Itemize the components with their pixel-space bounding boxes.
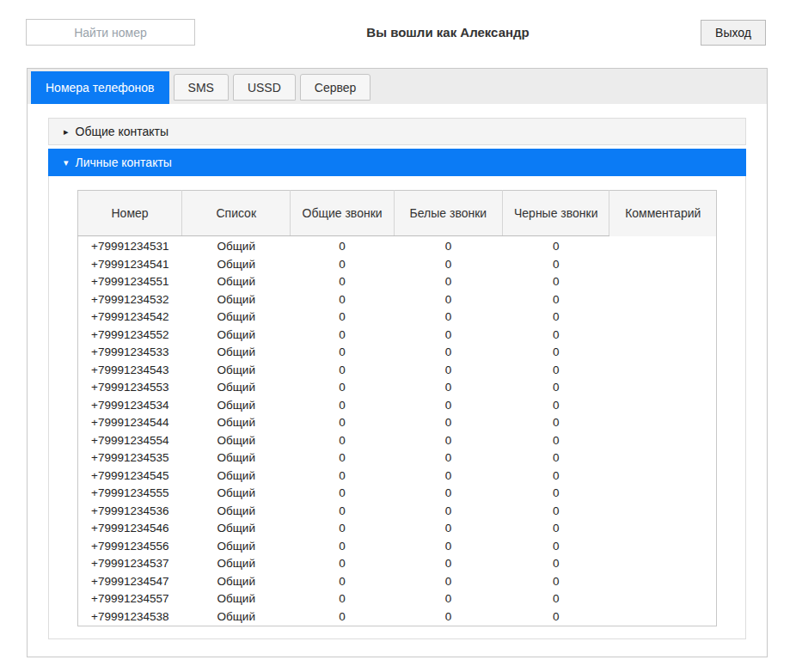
cell-common-calls: 0 [291,291,394,309]
cell-white-calls: 0 [394,590,502,608]
table-row[interactable]: +79991234538Общий000 [78,608,717,626]
table-row[interactable]: +79991234533Общий000 [78,344,717,362]
table-row[interactable]: +79991234552Общий000 [78,327,717,345]
table-row[interactable]: +79991234553Общий000 [78,379,717,397]
tab-server[interactable]: Сервер [300,74,371,101]
cell-black-calls: 0 [503,344,609,362]
tab-sms[interactable]: SMS [174,74,229,101]
accordion-personal-contacts[interactable]: ▾ Личные контакты [48,149,746,176]
table-row[interactable]: +79991234535Общий000 [78,449,717,467]
table-row[interactable]: +79991234556Общий000 [78,538,717,556]
table-row[interactable]: +79991234531Общий000 [78,236,717,256]
cell-list: Общий [182,362,291,380]
cell-white-calls: 0 [394,256,502,274]
table-row[interactable]: +79991234555Общий000 [78,485,717,503]
cell-common-calls: 0 [291,503,394,521]
column-header-comment: Комментарий [609,191,717,236]
chevron-right-icon: ▸ [64,127,69,137]
personal-contacts-panel: Номер Список Общие звонки Белые звонки Ч… [48,176,746,639]
tab-phone-numbers[interactable]: Номера телефонов [31,71,169,104]
table-row[interactable]: +79991234542Общий000 [78,309,717,327]
cell-list: Общий [182,256,291,274]
cell-common-calls: 0 [291,590,394,608]
table-row[interactable]: +79991234551Общий000 [78,273,717,291]
logout-button[interactable]: Выход [701,20,766,46]
table-row[interactable]: +79991234532Общий000 [78,291,717,309]
cell-number: +79991234554 [78,432,182,450]
search-input[interactable] [26,19,195,46]
accordion-shared-contacts-label: Общие контакты [76,125,169,138]
cell-number: +79991234531 [78,236,182,256]
cell-number: +79991234533 [78,344,182,362]
cell-common-calls: 0 [291,236,394,256]
cell-comment [609,467,717,486]
cell-list: Общий [182,309,291,327]
cell-common-calls: 0 [291,344,394,362]
cell-common-calls: 0 [291,362,394,380]
table-row[interactable]: +79991234544Общий000 [78,414,717,432]
cell-number: +79991234547 [78,573,182,591]
cell-common-calls: 0 [291,379,394,397]
cell-black-calls: 0 [503,273,609,291]
table-row[interactable]: +79991234545Общий000 [78,467,717,486]
table-row[interactable]: +79991234546Общий000 [78,520,717,538]
cell-list: Общий [182,467,291,486]
table-row[interactable]: +79991234557Общий000 [78,590,717,608]
cell-list: Общий [182,503,291,521]
cell-list: Общий [182,327,291,345]
cell-white-calls: 0 [394,273,502,291]
cell-black-calls: 0 [503,291,609,309]
tab-ussd[interactable]: USSD [233,74,296,101]
table-row[interactable]: +79991234537Общий000 [78,555,717,573]
cell-white-calls: 0 [394,414,502,432]
cell-comment [609,503,717,521]
topbar: Вы вошли как Александр Выход [0,0,796,46]
table-row[interactable]: +79991234541Общий000 [78,256,717,274]
table-row[interactable]: +79991234547Общий000 [78,573,717,591]
cell-common-calls: 0 [291,573,394,591]
cell-list: Общий [182,590,291,608]
table-row[interactable]: +79991234543Общий000 [78,362,717,380]
table-row[interactable]: +79991234554Общий000 [78,432,717,450]
cell-number: +79991234557 [78,590,182,608]
cell-number: +79991234537 [78,555,182,573]
cell-comment [609,397,717,415]
column-header-number: Номер [78,191,182,236]
cell-common-calls: 0 [291,432,394,450]
cell-black-calls: 0 [503,379,609,397]
cell-black-calls: 0 [503,362,609,380]
cell-number: +79991234536 [78,503,182,521]
cell-white-calls: 0 [394,397,502,415]
cell-number: +79991234552 [78,327,182,345]
table-row[interactable]: +79991234534Общий000 [78,397,717,415]
cell-list: Общий [182,555,291,573]
cell-black-calls: 0 [503,573,609,591]
cell-comment [609,256,717,274]
cell-black-calls: 0 [503,608,609,626]
column-header-common-calls: Общие звонки [291,191,394,236]
cell-list: Общий [182,573,291,591]
table-header-row: Номер Список Общие звонки Белые звонки Ч… [78,191,717,236]
cell-common-calls: 0 [291,397,394,415]
cell-comment [609,608,717,626]
accordion-personal-contacts-label: Личные контакты [76,156,172,169]
cell-black-calls: 0 [503,520,609,538]
table-row[interactable]: +79991234536Общий000 [78,503,717,521]
cell-common-calls: 0 [291,467,394,486]
cell-black-calls: 0 [503,485,609,503]
cell-list: Общий [182,485,291,503]
cell-number: +79991234535 [78,449,182,467]
cell-common-calls: 0 [291,520,394,538]
cell-white-calls: 0 [394,485,502,503]
cell-comment [609,449,717,467]
cell-common-calls: 0 [291,414,394,432]
accordion-shared-contacts[interactable]: ▸ Общие контакты [48,118,746,145]
cell-list: Общий [182,432,291,450]
cell-comment [609,485,717,503]
cell-number: +79991234542 [78,309,182,327]
cell-number: +79991234553 [78,379,182,397]
cell-white-calls: 0 [394,503,502,521]
cell-common-calls: 0 [291,485,394,503]
cell-number: +79991234538 [78,608,182,626]
column-header-black-calls: Черные звонки [503,191,609,236]
